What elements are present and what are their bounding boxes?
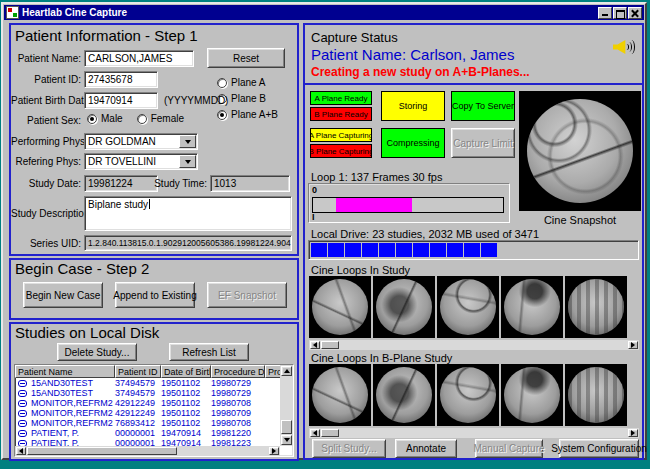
sex-option-label: Female: [151, 113, 184, 124]
close-button[interactable]: [628, 7, 642, 19]
cine-loop-thumbnail[interactable]: [309, 364, 371, 426]
arrow-left-icon: [313, 430, 317, 436]
desktop: Heartlab Cine Capture Patient Informatio…: [0, 0, 650, 469]
vertical-scroll-thumb[interactable]: [281, 420, 292, 434]
table-row[interactable]: 15AND30TEST374945791950110219980729: [15, 378, 293, 388]
cine-loop-thumbnail[interactable]: [437, 364, 499, 426]
table-cell: 19501102: [159, 378, 209, 388]
performing-phys-dropdown-button[interactable]: [179, 135, 196, 148]
table-row[interactable]: PATIENT, P.000000011947091419981220: [15, 428, 293, 438]
scroll-left-button[interactable]: [16, 447, 26, 455]
split-study-button: Split Study...: [312, 439, 386, 458]
radio-dot-icon: [217, 78, 227, 88]
studies-heading: Studies on Local Disk: [15, 324, 159, 341]
table-row[interactable]: MONITOR,REFRM2MO...768934121950110219980…: [15, 418, 293, 428]
table-cell: 42912249: [113, 398, 159, 408]
study-icon: [18, 380, 27, 387]
capture-status-panel: Capture Status Patient Name: Carlson, Ja…: [303, 23, 644, 460]
column-header-procedure-date[interactable]: Procedure Date: [211, 365, 265, 378]
vertical-scrollbar[interactable]: [280, 365, 293, 446]
storing-indicator: Storing: [381, 91, 445, 121]
patient-name-input[interactable]: CARLSON,JAMES: [84, 50, 194, 67]
radio-sex-female[interactable]: Female: [137, 113, 184, 124]
cine-loops-study-label: Cine Loops In Study: [311, 264, 410, 276]
scroll-up-button[interactable]: [281, 366, 292, 376]
birth-date-input[interactable]: 19470914: [84, 92, 158, 109]
cine-loop-thumbnail[interactable]: [309, 276, 371, 338]
cine-loop-thumbnail[interactable]: [501, 276, 563, 338]
system-configuration-button[interactable]: System Configuration: [559, 439, 639, 458]
maximize-button[interactable]: [613, 7, 627, 19]
drive-usage-segment: [328, 243, 344, 257]
radio-dot-icon: [137, 114, 147, 124]
titlebar[interactable]: Heartlab Cine Capture: [4, 5, 644, 20]
scroll-left-button[interactable]: [310, 429, 320, 437]
study-description-label: Study Description:: [11, 208, 81, 219]
study-description-input[interactable]: Biplane study: [84, 196, 292, 231]
table-cell: 19501102: [159, 398, 209, 408]
cine-loop-thumbnail[interactable]: [373, 276, 435, 338]
cine-loop-thumbnail[interactable]: [565, 276, 627, 338]
minimize-button[interactable]: [598, 7, 612, 19]
loops-a-scrollbar[interactable]: [309, 340, 639, 350]
horizontal-scrollbar[interactable]: [15, 446, 280, 456]
scroll-right-button[interactable]: [628, 341, 638, 349]
arrow-left-icon: [19, 448, 23, 454]
plane-ready-indicators: A Plane ReadyB Plane Ready: [310, 91, 372, 121]
drive-usage-segment: [311, 243, 327, 257]
scroll-right-button[interactable]: [628, 429, 638, 437]
loops-b-scrollbar[interactable]: [309, 428, 639, 438]
cine-loop-thumbnail[interactable]: [373, 364, 435, 426]
table-row[interactable]: MONITOR,REFRM2HO...429122491950110219980…: [15, 398, 293, 408]
capture-patient-line: Patient Name: Carlson, James: [311, 46, 514, 63]
reset-button[interactable]: Reset: [207, 48, 285, 68]
arrow-right-icon: [631, 342, 635, 348]
arrow-up-icon: [284, 369, 290, 373]
column-header-patient-id[interactable]: Patient ID: [115, 365, 161, 378]
radio-plane-plane-a[interactable]: Plane A: [217, 77, 278, 88]
cine-loop-thumbnail[interactable]: [501, 364, 563, 426]
horizontal-scroll-thumb[interactable]: [321, 341, 339, 349]
drive-usage-segment: [481, 243, 497, 257]
loop-progress-fill: [336, 198, 412, 212]
column-header-date-of-birth[interactable]: Date of Birth: [161, 365, 211, 378]
append-to-existing-button[interactable]: Append to Existing: [115, 282, 195, 308]
drive-usage-segment: [362, 243, 378, 257]
cine-loops-bplane-row: [309, 364, 627, 426]
table-cell: MONITOR,REFRM2MO...: [29, 418, 113, 428]
table-row[interactable]: MONITOR,REFRM2HO...429122491950110219980…: [15, 408, 293, 418]
loop-progress-bar: [312, 197, 504, 213]
scroll-left-button[interactable]: [310, 341, 320, 349]
studies-table-body: 15AND30TEST37494579195011021998072915AND…: [15, 378, 293, 448]
study-icon: [18, 430, 27, 437]
scroll-right-button[interactable]: [269, 447, 279, 455]
radio-sex-male[interactable]: Male: [87, 113, 123, 124]
horizontal-scroll-thumb[interactable]: [27, 447, 177, 455]
begin-new-case-button[interactable]: Begin New Case: [23, 282, 103, 308]
cine-loops-bplane-label: Cine Loops In B-Plane Study: [311, 352, 452, 364]
table-row[interactable]: 15AND30TEST374945791950110219980729: [15, 388, 293, 398]
study-date-value: 19981224: [84, 175, 158, 192]
column-header-patient-name[interactable]: Patient Name: [15, 365, 115, 378]
speaker-icon[interactable]: [612, 37, 636, 57]
patient-info-panel: Patient Information - Step 1 Patient Nam…: [9, 23, 299, 256]
horizontal-scroll-thumb[interactable]: [321, 429, 339, 437]
cine-snapshot-image: [519, 91, 641, 211]
delete-study-button[interactable]: Delete Study...: [57, 343, 137, 361]
patient-id-input[interactable]: 27435678: [84, 71, 158, 88]
cine-loop-thumbnail[interactable]: [565, 364, 627, 426]
indicator-b-plane-ready: B Plane Ready: [310, 107, 372, 121]
radio-plane-plane-a-b[interactable]: Plane A+B: [217, 109, 278, 120]
annotate-button[interactable]: Annotate: [395, 439, 457, 458]
refresh-list-button[interactable]: Refresh List: [169, 343, 249, 361]
capture-limit-button: Capture Limit: [451, 128, 515, 158]
table-cell: 37494579: [113, 378, 159, 388]
table-cell: 19501102: [159, 408, 209, 418]
cine-loop-thumbnail[interactable]: [437, 276, 499, 338]
radio-dot-icon: [87, 114, 97, 124]
referring-phys-combo[interactable]: DR TOVELLINI: [84, 153, 198, 170]
scroll-down-button[interactable]: [281, 435, 292, 445]
performing-phys-combo[interactable]: DR GOLDMAN: [84, 133, 198, 150]
referring-phys-dropdown-button[interactable]: [179, 155, 196, 168]
table-cell: 19981220: [209, 428, 263, 438]
